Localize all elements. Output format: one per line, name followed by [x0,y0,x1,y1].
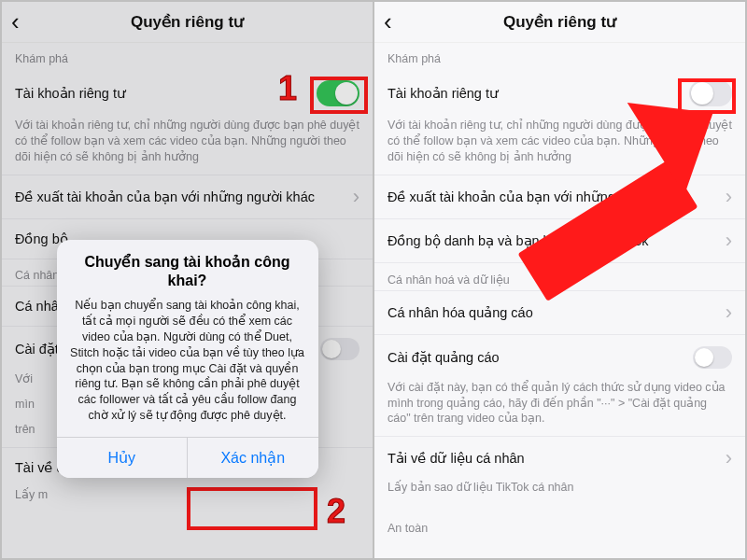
ads-settings-row: Cài đặt quảng cáo [374,335,745,380]
private-account-label: Tài khoản riêng tư [388,85,682,102]
private-account-desc: Với tài khoản riêng tư, chỉ những người … [374,118,745,175]
ads-settings-toggle[interactable] [320,338,359,360]
section-discover: Khám phá [374,43,745,69]
header: ‹ Quyền riêng tư [374,2,745,43]
page-title: Quyền riêng tư [503,12,616,32]
chevron-right-icon: › [726,448,732,469]
suggest-label: Đề xuất tài khoản của bạn với những ngườ… [15,189,345,205]
cancel-button[interactable]: Hủy [57,438,188,478]
private-account-label: Tài khoản riêng tư [15,85,309,102]
suggest-label: Đề xuất tài khoản của bạn với những ngườ… [388,189,718,205]
ads-settings-label: Cài đặt quảng cáo [388,349,685,366]
back-icon[interactable]: ‹ [384,2,392,42]
chevron-right-icon: › [726,231,732,251]
chevron-right-icon: › [726,187,732,207]
back-icon[interactable]: ‹ [11,2,20,42]
ads-personal-row[interactable]: Cá nhân hóa quảng cáo › [374,290,745,335]
sync-row[interactable]: Đồng bộ danh bạ và bạn bè trên Facebook … [374,219,745,263]
private-account-toggle[interactable] [689,80,732,106]
section-safety: An toàn [374,505,745,539]
private-account-toggle[interactable] [317,80,359,106]
download-label: Tải về dữ liệu cá nhân [388,450,718,467]
confirm-modal: Chuyển sang tài khoản công khai? Nếu bạn… [57,240,318,478]
sync-label: Đồng bộ danh bạ và bạn bè trên Facebook [388,232,718,249]
modal-title: Chuyển sang tài khoản công khai? [57,240,318,292]
suggest-row[interactable]: Đề xuất tài khoản của bạn với những ngườ… [2,175,373,219]
download-sub: Lấy bản sao dữ liệu TikTok cá nhân [374,480,745,505]
header: ‹ Quyền riêng tư [2,2,373,43]
private-account-row: Tài khoản riêng tư [374,69,745,118]
private-account-desc: Với tài khoản riêng tư, chỉ những người … [2,118,373,175]
chevron-right-icon: › [726,302,732,323]
download-row[interactable]: Tải về dữ liệu cá nhân › [374,436,745,480]
section-discover: Khám phá [2,43,373,69]
left-screenshot: ‹ Quyền riêng tư Khám phá Tài khoản riên… [2,2,373,558]
right-screenshot: ‹ Quyền riêng tư Khám phá Tài khoản riên… [373,2,745,558]
ads-settings-toggle[interactable] [693,346,732,369]
modal-body: Nếu bạn chuyển sang tài khoản công khai,… [57,292,318,437]
ads-desc: Với cài đặt này, bạn có thể quản lý cách… [374,380,745,437]
suggest-row[interactable]: Đề xuất tài khoản của bạn với những ngườ… [374,175,745,219]
chevron-right-icon: › [353,187,359,207]
page-title: Quyền riêng tư [131,12,244,32]
section-personal: Cá nhân hoá và dữ liệu [374,263,745,290]
ads-personal-label: Cá nhân hóa quảng cáo [388,304,718,321]
download-sub: Lấy m [2,487,373,512]
confirm-button[interactable]: Xác nhận [187,438,318,478]
private-account-row: Tài khoản riêng tư [2,69,373,118]
